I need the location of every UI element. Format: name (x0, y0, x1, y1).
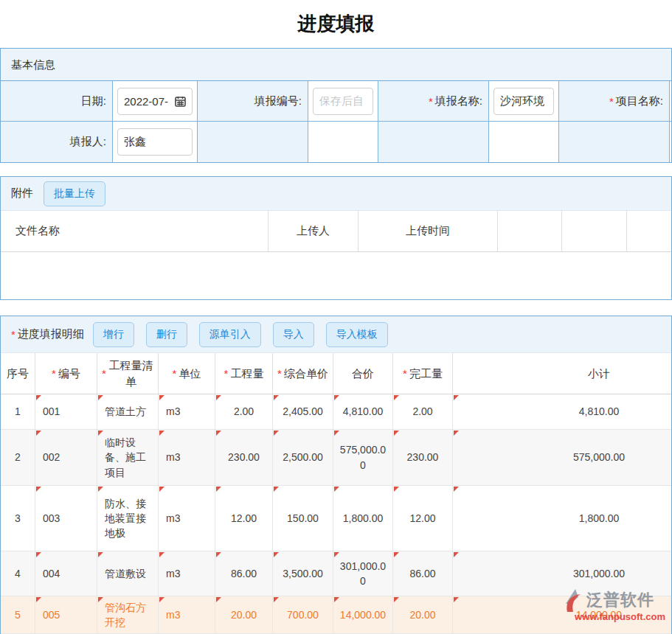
cell-unit_price[interactable]: 150.00 (273, 486, 333, 551)
detail-col-header-2: *工程量清单 (97, 353, 159, 394)
cell-unit[interactable]: m3 (159, 596, 215, 633)
cell-item[interactable]: 防水、接地装置接地极 (97, 486, 159, 551)
cell-item[interactable]: 临时设备、施工项目 (97, 430, 159, 485)
detail-col-header-8: 小计 (453, 353, 672, 394)
cell-completed[interactable]: 230.00 (393, 430, 453, 485)
date-input[interactable]: 2022-07- (117, 88, 193, 115)
cell-quantity[interactable]: 86.00 (215, 551, 273, 596)
date-label-text: 日期: (81, 94, 106, 108)
cell-item[interactable]: 管道土方 (97, 394, 159, 429)
cell-unit_price[interactable]: 3,500.00 (273, 551, 333, 596)
page: 进度填报 基本信息 日期: 2022-07- 填报编号: (0, 0, 672, 634)
cell-completed[interactable]: 86.00 (393, 551, 453, 596)
report-no-input[interactable]: 保存后自 (313, 88, 373, 115)
reporter-input[interactable]: 张鑫 (117, 128, 193, 156)
cell-subtotal[interactable]: 4,810.00 (453, 394, 672, 429)
attach-col-empty (562, 211, 627, 251)
reporter-label-text: 填报人: (70, 135, 106, 149)
cell-code[interactable]: 002 (35, 430, 97, 485)
cell-unit_price[interactable]: 2,500.00 (273, 430, 333, 485)
detail-col-label: 完工量 (409, 366, 443, 382)
cell-total_price[interactable]: 1,800.00 (333, 486, 393, 551)
delete-row-button[interactable]: 删行 (146, 322, 187, 347)
cell-total_price[interactable]: 575,000.00 (333, 430, 393, 485)
cell-total_price[interactable]: 301,000.00 (333, 551, 393, 596)
cell-completed[interactable]: 20.00 (393, 596, 453, 633)
cell-unit_price[interactable]: 2,405.00 (273, 394, 333, 429)
cell-quantity[interactable]: 12.00 (215, 486, 273, 551)
table-row: 2002临时设备、施工项目m3230.002,500.00575,000.002… (1, 430, 672, 486)
cell-item[interactable]: 管道敷设 (97, 551, 159, 596)
date-value: 2022-07- (124, 95, 168, 108)
required-asterisk: * (429, 95, 433, 108)
cell-completed[interactable]: 12.00 (393, 486, 453, 551)
add-row-button[interactable]: 增行 (93, 322, 134, 347)
attach-col-empty (498, 211, 562, 251)
detail-toolbar-buttons: 增行删行源单引入导入导入模板 (93, 322, 400, 347)
required-asterisk: * (102, 366, 106, 382)
detail-col-header-6: 合价 (333, 353, 393, 394)
cell-code[interactable]: 004 (35, 551, 97, 596)
required-asterisk: * (403, 366, 407, 382)
cell-code[interactable]: 001 (35, 394, 97, 429)
cell-item[interactable]: 管沟石方开挖 (97, 596, 159, 633)
required-asterisk: * (11, 328, 15, 341)
cell-unit[interactable]: m3 (159, 394, 215, 429)
detail-section-title: 进度填报明细 (18, 327, 84, 341)
attachments-toolbar: 附件 批量上传 (1, 177, 671, 211)
cell-code[interactable]: 003 (35, 486, 97, 551)
cell-unit[interactable]: m3 (159, 430, 215, 485)
attachments-table-header: 文件名称上传人上传时间 (1, 211, 672, 252)
cell-seq: 1 (1, 394, 35, 429)
required-asterisk: * (277, 366, 282, 382)
cell-quantity[interactable]: 20.00 (215, 596, 273, 633)
detail-col-label: 工程量清单 (108, 358, 153, 390)
empty-label-cell (559, 122, 670, 162)
attach-col-header-0: 文件名称 (1, 211, 269, 251)
basic-info-grid: 日期: 2022-07- 填报编号: 保存后自 (1, 81, 672, 162)
cell-quantity[interactable]: 2.00 (215, 394, 273, 429)
cell-subtotal[interactable]: 575,000.00 (453, 430, 672, 485)
watermark: 泛普软件 www.fanpusoft.com (564, 588, 672, 622)
table-row: 1001管道土方m32.002,405.004,810.002.004,810.… (1, 394, 672, 430)
watermark-url: www.fanpusoft.com (564, 611, 672, 622)
cell-unit[interactable]: m3 (159, 551, 215, 596)
detail-panel: * 进度填报明细 增行删行源单引入导入导入模板 序号*编号*工程量清单*单位*工… (0, 316, 672, 634)
empty-input-cell (308, 122, 378, 162)
cell-total_price[interactable]: 14,000.00 (333, 596, 393, 633)
detail-col-label: 小计 (588, 366, 610, 382)
cell-code[interactable]: 005 (35, 596, 97, 633)
report-name-label-text: 填报名称: (435, 94, 482, 108)
page-title: 进度填报 (0, 0, 672, 48)
report-name-cell: 沙河环境 (489, 81, 559, 121)
attachments-panel: 附件 批量上传 文件名称上传人上传时间 (0, 176, 672, 300)
calendar-icon[interactable] (175, 96, 186, 107)
import-button[interactable]: 导入 (273, 322, 314, 347)
detail-col-header-3: *单位 (159, 353, 215, 394)
detail-col-header-0: 序号 (1, 353, 35, 394)
report-name-input[interactable]: 沙河环境 (493, 88, 554, 115)
project-name-label: * 项目名称: (559, 81, 670, 121)
attach-col-header-1: 上传人 (269, 211, 358, 251)
import-template-button[interactable]: 导入模板 (326, 322, 388, 347)
detail-header-row: 序号*编号*工程量清单*单位*工程量*综合单价合价*完工量小计 (1, 353, 672, 394)
cell-unit[interactable]: m3 (159, 486, 215, 551)
attachments-table-body (1, 252, 671, 299)
cell-total_price[interactable]: 4,810.00 (333, 394, 393, 429)
empty-label-cell (198, 122, 308, 162)
source-import-button[interactable]: 源单引入 (199, 322, 261, 347)
cell-unit_price[interactable]: 700.00 (273, 596, 333, 633)
table-row: 3003防水、接地装置接地极m312.00150.001,800.0012.00… (1, 486, 672, 551)
detail-col-header-1: *编号 (35, 353, 97, 394)
cell-quantity[interactable]: 230.00 (215, 430, 273, 485)
required-asterisk: * (609, 95, 614, 108)
basic-info-row-1: 日期: 2022-07- 填报编号: 保存后自 (1, 81, 672, 122)
cell-seq: 3 (1, 486, 35, 551)
batch-upload-button[interactable]: 批量上传 (44, 181, 105, 206)
detail-col-header-5: *综合单价 (273, 353, 333, 394)
cell-subtotal[interactable]: 1,800.00 (453, 486, 672, 551)
brand-logo-icon (564, 588, 586, 613)
cell-completed[interactable]: 2.00 (393, 394, 453, 429)
report-name-label: * 填报名称: (378, 81, 489, 121)
empty-input-cell (489, 122, 559, 162)
